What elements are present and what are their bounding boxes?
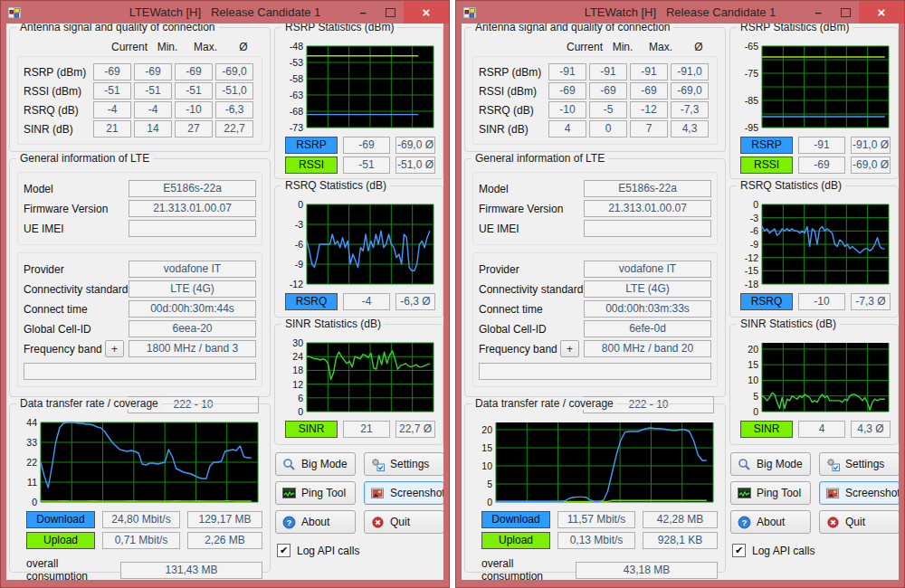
info-value: 6efe-0d — [584, 320, 711, 337]
minimize-button[interactable]: – — [349, 1, 376, 24]
metric-current: -10 — [548, 101, 586, 119]
series-average-value: -7,3 Ø — [851, 293, 891, 310]
metric-min: 14 — [134, 120, 172, 138]
metric-label: RSRQ (dB) — [24, 104, 93, 117]
about-button[interactable]: ? About — [275, 510, 356, 534]
svg-text:-68: -68 — [290, 106, 303, 117]
info-value: E5186s-22a — [584, 180, 711, 197]
antenna-row: SINR (dB) 4 0 7 4,3 — [479, 120, 711, 138]
general-group-title: General information of LTE — [472, 152, 608, 165]
expand-band-button[interactable]: + — [105, 340, 124, 357]
rsrq-stats-group: RSRQ Statistics (dB) 0-3-6-9-12 RSRQ -4 … — [274, 185, 443, 318]
transfer-row: Download 11,57 Mbit/s 42,28 MB — [481, 511, 718, 528]
metric-min: -5 — [589, 101, 627, 119]
transfer-group-title: Data transfer rate / coverage — [16, 397, 162, 410]
info-value: 21.313.01.00.07 — [129, 200, 256, 217]
metric-current: -69 — [93, 63, 131, 81]
settings-button[interactable]: Settings — [819, 452, 899, 476]
svg-text:-53: -53 — [290, 57, 303, 68]
info-label: Global Cell-ID — [24, 323, 129, 336]
screenshot-button[interactable]: Screenshot — [364, 481, 443, 505]
quit-button[interactable]: Quit — [364, 510, 443, 534]
transfer-group-title: Data transfer rate / coverage — [472, 397, 617, 410]
title-bar[interactable]: LTEWatch [H] Release Candidate 1 – × — [456, 1, 904, 24]
info-value: E5186s-22a — [129, 180, 256, 197]
svg-text:44: 44 — [26, 417, 37, 428]
info-label: Firmware Version — [24, 203, 129, 215]
metric-label: SINR (dB) — [479, 123, 548, 136]
metric-avg: 4,3 — [671, 120, 709, 138]
metric-min: -91 — [589, 63, 627, 81]
stat-row: RSSI -69 -69,0 Ø — [740, 156, 891, 174]
quit-button[interactable]: Quit — [819, 510, 899, 534]
metric-label: RSRP (dBm) — [24, 66, 93, 79]
button-label: Quit — [390, 516, 410, 528]
svg-text:18: 18 — [292, 365, 303, 375]
frequency-band-value: 800 MHz / band 20 — [584, 340, 711, 357]
desktop: LTEWatch [H] Release Candidate 1 – × Ant… — [0, 0, 905, 588]
info-row: Global Cell-ID 6eea-20 — [24, 320, 256, 337]
series-current-value: -69 — [343, 137, 390, 154]
info-row: Firmware Version 21.313.01.00.07 — [479, 200, 711, 217]
button-label: Settings — [390, 458, 429, 470]
series-tag: RSRQ — [285, 293, 338, 310]
metric-max: -51 — [175, 82, 213, 100]
metric-avg: 22,7 — [215, 120, 253, 138]
sinr-stats-group: SINR Statistics (dB) 3024181260 SINR 21 … — [274, 324, 443, 445]
about-button[interactable]: ? About — [730, 510, 811, 534]
svg-text:-12: -12 — [290, 279, 303, 289]
transfer-rate: 11,57 Mbit/s — [557, 511, 635, 528]
title-bar[interactable]: LTEWatch [H] Release Candidate 1 – × — [1, 1, 449, 24]
stat-row: SINR 21 22,7 Ø — [285, 421, 435, 438]
log-api-checkbox[interactable]: ✔ — [732, 544, 746, 557]
svg-text:?: ? — [742, 517, 748, 527]
metric-avg: -51,0 — [215, 82, 253, 100]
svg-text:0: 0 — [298, 406, 303, 417]
antenna-row: RSRQ (dB) -10 -5 -12 -7,3 — [479, 101, 711, 119]
svg-text:24: 24 — [292, 351, 303, 362]
sinr-chart: 3024181260 — [282, 337, 435, 417]
maximize-button[interactable] — [376, 1, 404, 24]
log-api-checkbox[interactable]: ✔ — [277, 544, 291, 557]
svg-text:-9: -9 — [295, 259, 303, 270]
settings-button[interactable]: Settings — [364, 452, 443, 476]
log-api-row: ✔ Log API calls — [277, 544, 443, 557]
svg-text:22: 22 — [26, 457, 37, 468]
info-row: UE IMEI — [24, 220, 256, 237]
svg-text:33: 33 — [26, 437, 37, 448]
window-title: LTEWatch [H] Release Candidate 1 — [129, 5, 321, 19]
maximize-icon — [386, 8, 395, 17]
info-value: LTE (4G) — [584, 280, 711, 298]
metric-current: 4 — [548, 120, 586, 138]
maximize-icon — [841, 8, 851, 17]
antenna-headers: Current Min. Max. Ø — [566, 41, 718, 53]
screenshot-button[interactable]: Screenshot — [819, 481, 899, 505]
antenna-group: Antenna signal and quality of connection… — [464, 27, 726, 152]
close-button[interactable]: × — [859, 1, 904, 24]
big-mode-button[interactable]: Big Mode — [730, 452, 811, 476]
ping-tool-button[interactable]: Ping Tool — [275, 481, 356, 505]
general-info-group: General information of LTE Model E5186s-… — [9, 158, 271, 397]
svg-text:12: 12 — [292, 379, 303, 390]
antenna-row: RSRP (dBm) -91 -91 -91 -91,0 — [479, 63, 711, 81]
maximize-button[interactable] — [832, 1, 859, 24]
overall-consumption-value: 43,18 MB — [576, 562, 718, 579]
header-avg: Ø — [224, 41, 262, 53]
rsrq-stats-title: RSRQ Statistics (dB) — [281, 179, 390, 192]
metric-max: 27 — [175, 120, 213, 138]
svg-text:-58: -58 — [290, 73, 303, 84]
metric-label: RSRQ (dB) — [479, 104, 548, 117]
expand-band-button[interactable]: + — [560, 340, 579, 357]
ping-tool-button[interactable]: Ping Tool — [730, 481, 811, 505]
picture-icon — [826, 487, 840, 500]
metric-avg: -6,3 — [215, 101, 253, 119]
svg-text:-3: -3 — [750, 213, 758, 223]
gear-icon — [371, 458, 385, 471]
stat-row: RSRP -69 -69,0 Ø — [285, 137, 435, 154]
transfer-tag: Download — [481, 511, 550, 528]
transfer-rate: 0,13 Mbit/s — [557, 532, 635, 549]
transfer-total: 42,28 MB — [643, 511, 718, 528]
big-mode-button[interactable]: Big Mode — [275, 452, 356, 476]
minimize-button[interactable]: – — [805, 1, 832, 24]
close-button[interactable]: × — [404, 1, 449, 24]
